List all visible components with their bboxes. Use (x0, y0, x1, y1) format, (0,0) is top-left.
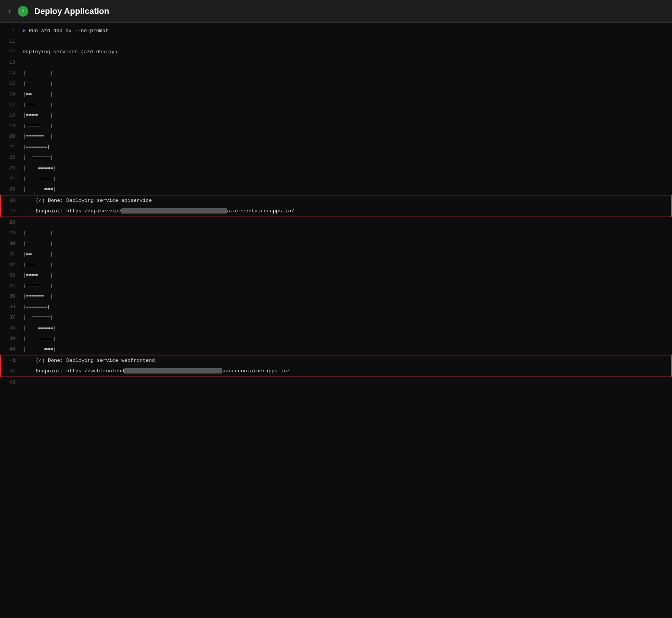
log-line: 22 | ======| (0, 152, 672, 163)
log-lines-second: 28 29 | | 30 |= | 31 |== | 32 |=== | 33 … (0, 217, 672, 355)
line-content: |= | (23, 79, 672, 89)
line-content: | ======| (23, 153, 672, 163)
line-number: 1 (0, 26, 23, 36)
line-content: |=== | (23, 100, 672, 110)
line-content: ▶ Run azd deploy --no-prompt (23, 26, 672, 36)
webfrontend-url-redacted (124, 368, 222, 374)
apiservice-url-redacted (121, 208, 227, 214)
line-content: |==== | (23, 271, 672, 280)
line-number: 25 (0, 184, 23, 194)
webfrontend-url-start[interactable]: https://webfrontend (66, 368, 124, 374)
line-number: 37 (0, 313, 23, 323)
line-number: 29 (0, 228, 23, 238)
log-line: 1 ▶ Run azd deploy --no-prompt (0, 26, 672, 36)
header: ‹ ✓ Deploy Application (0, 0, 672, 23)
line-number: 21 (0, 142, 23, 152)
line-content: |===== | (23, 281, 672, 291)
webfrontend-endpoint-line: 42 - Endpoint: https://webfrontendazurec… (1, 366, 671, 377)
line-number: 20 (0, 132, 23, 141)
log-line: 38 | =====| (0, 323, 672, 334)
webfrontend-url-end[interactable]: azurecontainerapps.io/ (222, 368, 290, 374)
line-content: |===== | (23, 121, 672, 131)
log-line: 28 (0, 217, 672, 228)
log-line: 25 | ===| (0, 184, 672, 195)
line-number: 12 (0, 47, 23, 57)
line-content: |====== | (23, 132, 672, 141)
line-content: | ===| (23, 184, 672, 194)
log-line: 15 |= | (0, 78, 672, 89)
line-number: 35 (0, 292, 23, 301)
webfrontend-result-block: 41 (✓) Done: Deploying service webfronte… (0, 355, 672, 377)
log-line: 43 (0, 377, 672, 388)
line-content: |====== | (23, 292, 672, 301)
line-number: 38 (0, 323, 23, 333)
line-number: 14 (0, 68, 23, 78)
page-title: Deploy Application (34, 6, 109, 16)
log-lines-initial: 1 ▶ Run azd deploy --no-prompt 11 12 Dep… (0, 26, 672, 195)
log-line: 35 |====== | (0, 291, 672, 302)
line-content: | ======| (23, 313, 672, 323)
line-content: |=======| (23, 302, 672, 312)
line-number: 34 (0, 281, 23, 291)
line-number: 17 (0, 100, 23, 110)
line-content: |=======| (23, 142, 672, 152)
log-line: 39 | ====| (0, 334, 672, 344)
line-content: | | (23, 68, 672, 78)
line-number: 26 (1, 196, 23, 206)
line-number: 24 (0, 174, 23, 184)
line-content: - Endpoint: https://apiserviceazureconta… (23, 206, 671, 216)
log-line: 29 | | (0, 228, 672, 238)
line-content: (✓) Done: Deploying service apiservice (23, 196, 671, 206)
line-number: 31 (0, 249, 23, 259)
line-content: - Endpoint: https://webfrontendazurecont… (23, 366, 671, 376)
line-number: 18 (0, 111, 23, 120)
line-number: 32 (0, 260, 23, 270)
log-line: 12 Deploying services (azd deploy) (0, 47, 672, 57)
line-number: 11 (0, 37, 23, 46)
apiservice-url-end[interactable]: azurecontainerapps.io/ (227, 208, 294, 214)
apiservice-done-line: 26 (✓) Done: Deploying service apiservic… (1, 195, 671, 206)
apiservice-endpoint-line: 27 - Endpoint: https://apiserviceazureco… (1, 206, 671, 217)
line-number: 39 (0, 334, 23, 344)
log-line: 34 |===== | (0, 281, 672, 291)
line-content: |== | (23, 89, 672, 99)
line-content: |==== | (23, 111, 672, 120)
collapse-chevron-icon[interactable]: ‹ (8, 8, 12, 15)
line-number: 42 (1, 366, 23, 376)
line-content: | =====| (23, 323, 672, 333)
line-number: 27 (1, 206, 23, 216)
line-content: | ====| (23, 174, 672, 184)
webfrontend-done-line: 41 (✓) Done: Deploying service webfronte… (1, 355, 671, 366)
log-line: 16 |== | (0, 89, 672, 100)
log-line: 31 |== | (0, 249, 672, 260)
apiservice-url-start[interactable]: https://apiservice (66, 208, 121, 214)
line-number: 16 (0, 89, 23, 99)
line-number: 13 (0, 58, 23, 68)
line-content: | ===| (23, 344, 672, 354)
log-line: 11 (0, 36, 672, 47)
log-line: 18 |==== | (0, 110, 672, 121)
log-line: 21 |=======| (0, 142, 672, 152)
log-line: 32 |=== | (0, 260, 672, 270)
log-line: 14 | | (0, 68, 672, 78)
log-line: 33 |==== | (0, 270, 672, 281)
line-number: 28 (0, 218, 23, 228)
line-number: 19 (0, 121, 23, 131)
line-number: 43 (0, 378, 23, 387)
line-content: |== | (23, 249, 672, 259)
log-line: 20 |====== | (0, 131, 672, 142)
log-line: 37 | ======| (0, 312, 672, 323)
log-line: 36 |=======| (0, 302, 672, 312)
line-number: 33 (0, 271, 23, 280)
line-content: | | (23, 228, 672, 238)
line-number: 41 (1, 356, 23, 366)
line-number: 36 (0, 302, 23, 312)
log-line: 23 | =====| (0, 163, 672, 174)
success-check-icon: ✓ (18, 6, 28, 17)
line-number: 40 (0, 344, 23, 354)
line-number: 15 (0, 79, 23, 89)
line-content: |= | (23, 239, 672, 249)
log-line: 17 |=== | (0, 100, 672, 110)
line-number: 23 (0, 163, 23, 173)
line-content: |=== | (23, 260, 672, 270)
